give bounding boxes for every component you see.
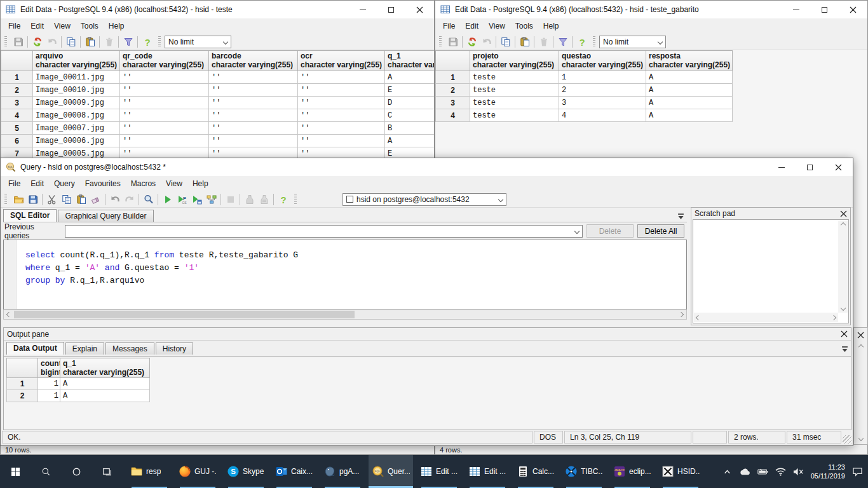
- close-icon[interactable]: [841, 330, 848, 337]
- menu-file[interactable]: File: [438, 19, 460, 33]
- cell[interactable]: A: [646, 97, 733, 109]
- row-number[interactable]: 4: [436, 109, 470, 122]
- cortana-button[interactable]: [61, 455, 92, 488]
- save-icon[interactable]: [25, 193, 40, 207]
- cell[interactable]: 3: [559, 97, 646, 109]
- cell[interactable]: '': [298, 71, 385, 84]
- cell[interactable]: teste: [470, 109, 559, 122]
- menu-file[interactable]: File: [3, 177, 25, 191]
- help-icon[interactable]: ?: [276, 193, 290, 207]
- cell[interactable]: teste: [470, 97, 559, 109]
- resize-grip[interactable]: [843, 435, 851, 444]
- row-number[interactable]: 1: [436, 71, 470, 84]
- start-button[interactable]: [0, 455, 31, 488]
- tab-list-dropdown-icon[interactable]: [841, 346, 848, 353]
- maximize-button[interactable]: [810, 1, 839, 18]
- menu-view[interactable]: View: [49, 19, 76, 33]
- refresh-icon[interactable]: [465, 35, 479, 49]
- cell[interactable]: A: [60, 390, 150, 402]
- column-header-projeto[interactable]: projetocharacter varying(255): [470, 51, 559, 71]
- cell[interactable]: 1: [559, 71, 646, 84]
- cell[interactable]: A: [646, 84, 733, 97]
- cell[interactable]: '': [298, 97, 385, 109]
- maximize-button[interactable]: [796, 158, 824, 176]
- clear-icon[interactable]: [88, 193, 103, 207]
- taskbar-app-calculator[interactable]: Calc...: [513, 455, 558, 488]
- cell[interactable]: '': [120, 122, 209, 135]
- filter-icon[interactable]: [121, 35, 135, 49]
- find-icon[interactable]: [141, 193, 156, 207]
- action-center-icon[interactable]: [852, 467, 863, 477]
- row-number[interactable]: 3: [436, 97, 470, 109]
- close-icon[interactable]: [840, 210, 847, 217]
- taskbar-app-firefox-guj[interactable]: GUJ -...: [175, 455, 220, 488]
- cell[interactable]: C: [385, 109, 435, 122]
- connection-select[interactable]: hsid on postgres@localhost:5432: [342, 193, 506, 206]
- cell[interactable]: A: [60, 378, 150, 390]
- tab-graphical-query-builder[interactable]: Graphical Query Builder: [58, 210, 153, 222]
- cell[interactable]: '': [298, 122, 385, 135]
- taskbar-search-button[interactable]: [31, 455, 61, 488]
- help-icon[interactable]: ?: [140, 35, 154, 49]
- scroll-up-icon[interactable]: [858, 344, 863, 349]
- scroll-right-icon[interactable]: [676, 309, 686, 320]
- scroll-left-icon[interactable]: [4, 309, 14, 320]
- stop-icon[interactable]: [223, 193, 238, 207]
- task-view-button[interactable]: [92, 455, 122, 488]
- cell[interactable]: A: [646, 109, 733, 122]
- copy-icon[interactable]: [64, 35, 78, 49]
- explain-icon[interactable]: [204, 193, 219, 207]
- titlebar[interactable]: Edit Data - PostgreSQL 9.4 (x86) (localh…: [1, 1, 434, 18]
- run-file-icon[interactable]: [189, 193, 204, 207]
- scrollbar-thumb[interactable]: [14, 311, 355, 318]
- column-header-qr_code[interactable]: qr_codecharacter varying(255): [120, 51, 209, 71]
- taskbar-app-skype[interactable]: SSkype: [224, 455, 268, 488]
- minimize-button[interactable]: [782, 1, 810, 18]
- cell[interactable]: A: [385, 71, 435, 84]
- scroll-down-icon[interactable]: [858, 436, 863, 441]
- row-number[interactable]: 4: [1, 109, 33, 122]
- sql-editor[interactable]: select count(R.q_1),R.q_1 from teste R,t…: [3, 240, 687, 309]
- taskbar-app-edit-data-2[interactable]: Edit ...: [465, 455, 510, 488]
- menu-edit[interactable]: Edit: [460, 19, 484, 33]
- save-icon[interactable]: [445, 35, 460, 49]
- column-header-q_1[interactable]: q_1character varying(255): [60, 358, 150, 378]
- connection-checkbox[interactable]: [346, 196, 353, 203]
- cell[interactable]: Image_00010.jpg: [33, 84, 120, 97]
- column-header-count[interactable]: countbigint: [38, 358, 60, 378]
- copy-icon[interactable]: [498, 35, 513, 49]
- row-number[interactable]: 2: [7, 390, 38, 402]
- taskbar-app-explorer-resp[interactable]: resp: [127, 455, 172, 488]
- redo-icon[interactable]: [122, 193, 137, 207]
- cell[interactable]: 4: [559, 109, 646, 122]
- row-number[interactable]: 2: [436, 84, 470, 97]
- tab-history[interactable]: History: [156, 342, 193, 355]
- cell[interactable]: A: [385, 135, 435, 147]
- paste-icon[interactable]: [517, 35, 532, 49]
- taskbar-app-query-tool[interactable]: SQLQuer...: [369, 455, 413, 488]
- tab-messages[interactable]: Messages: [105, 342, 154, 355]
- menu-favourites[interactable]: Favourites: [80, 177, 126, 191]
- cell[interactable]: B: [385, 122, 435, 135]
- cell[interactable]: Image_00006.jpg: [33, 135, 120, 147]
- scroll-up-icon[interactable]: [840, 222, 845, 227]
- run-icon[interactable]: [160, 193, 175, 207]
- vacuum-freeze-icon[interactable]: [242, 193, 257, 207]
- tab-data-output[interactable]: Data Output: [6, 342, 64, 355]
- cell[interactable]: '': [120, 71, 209, 84]
- cell[interactable]: Image_00009.jpg: [33, 97, 120, 109]
- cell[interactable]: '': [209, 71, 298, 84]
- vacuum-full-icon[interactable]: [257, 193, 271, 207]
- column-header-arquivo[interactable]: arquivocharacter varying(255): [33, 51, 120, 71]
- column-header-barcode[interactable]: barcodecharacter varying(255): [209, 51, 298, 71]
- delete-button[interactable]: Delete: [587, 224, 634, 238]
- cell[interactable]: '': [120, 84, 209, 97]
- taskbar-app-tibco[interactable]: TIBC...: [562, 455, 606, 488]
- cell[interactable]: Image_00008.jpg: [33, 109, 120, 122]
- cell[interactable]: '': [209, 97, 298, 109]
- delete-all-button[interactable]: Delete All: [637, 224, 684, 238]
- refresh-icon[interactable]: [30, 35, 44, 49]
- row-limit-select[interactable]: No limit: [165, 36, 231, 48]
- save-icon[interactable]: [11, 35, 25, 49]
- cell[interactable]: Image_00011.jpg: [33, 71, 120, 84]
